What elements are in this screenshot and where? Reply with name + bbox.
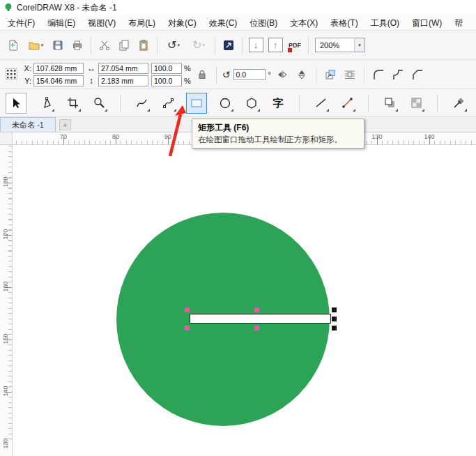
wrap-text-button[interactable] xyxy=(341,66,358,83)
drawing-canvas[interactable] xyxy=(13,145,476,456)
paste-button[interactable] xyxy=(135,36,153,54)
menu-layout[interactable]: 布局(L) xyxy=(122,15,162,31)
redo-dropdown-caret-icon[interactable]: ▾ xyxy=(202,43,205,48)
menu-text[interactable]: 文本(X) xyxy=(284,15,324,31)
ellipse-tool[interactable] xyxy=(217,93,233,113)
publish-pdf-button[interactable]: PDF xyxy=(286,36,304,54)
selection-handle[interactable] xyxy=(332,317,337,321)
text-wrap-icon xyxy=(344,68,356,81)
copy-pages-icon xyxy=(118,39,130,52)
copy-button[interactable] xyxy=(115,36,133,54)
ruler-origin-corner[interactable] xyxy=(0,132,13,145)
menu-table[interactable]: 表格(T) xyxy=(324,15,364,31)
export-icon: ↑ xyxy=(268,38,283,52)
red-annotation-arrow-icon xyxy=(164,103,191,162)
zoom-level-combobox[interactable]: 200% ▾ xyxy=(315,38,365,52)
import-button[interactable]: ↓ xyxy=(247,36,265,54)
save-button[interactable] xyxy=(49,36,67,54)
undo-icon: ↺ xyxy=(167,40,176,51)
mirror-horizontal-button[interactable] xyxy=(274,66,291,83)
selection-handle[interactable] xyxy=(185,326,190,330)
zoom-tool[interactable] xyxy=(91,93,107,113)
search-content-button[interactable] xyxy=(220,36,238,54)
rectangle-tool-tooltip: 矩形工具 (F6) 在绘图窗口拖动工具绘制正方形和矩形。 xyxy=(192,119,364,149)
menu-help[interactable]: 帮 xyxy=(448,15,469,31)
y-position-field[interactable]: 154.046 mm xyxy=(33,75,84,86)
polygon-tool[interactable] xyxy=(243,93,260,113)
redo-button[interactable]: ↻ ▾ xyxy=(187,36,210,54)
order-to-front-button[interactable] xyxy=(322,66,339,83)
drop-shadow-tool[interactable] xyxy=(381,93,398,113)
object-width-field[interactable]: 27.054 mm xyxy=(98,63,148,74)
pick-tool[interactable] xyxy=(6,93,26,114)
freehand-tool[interactable] xyxy=(133,93,150,113)
object-height-field[interactable]: 2.183 mm xyxy=(98,75,148,86)
ruler-number: 180 xyxy=(2,175,9,189)
drawn-rectangle[interactable] xyxy=(190,314,331,324)
tooltip-title: 矩形工具 (F6) xyxy=(198,121,358,134)
document-tab[interactable]: 未命名 -1 xyxy=(0,117,56,132)
lock-ratio-button[interactable] xyxy=(194,66,210,83)
selection-handle[interactable] xyxy=(254,326,259,330)
degree-label: ° xyxy=(268,70,271,79)
open-folder-icon xyxy=(28,39,40,52)
selection-handle[interactable] xyxy=(332,326,337,330)
menu-view[interactable]: 视图(V) xyxy=(82,15,122,31)
print-button[interactable] xyxy=(68,36,86,54)
menu-object[interactable]: 对象(C) xyxy=(162,15,203,31)
object-position-fields: X: 107.628 mm Y: 154.046 mm xyxy=(22,63,84,86)
menu-edit[interactable]: 编辑(E) xyxy=(41,15,82,31)
chamfered-corner-button[interactable] xyxy=(409,66,426,83)
shape-tool[interactable] xyxy=(38,93,54,113)
straight-line-tool[interactable] xyxy=(312,93,329,113)
zoom-dropdown-caret-icon[interactable]: ▾ xyxy=(354,38,364,52)
scale-height-field[interactable]: 100.0 xyxy=(151,75,182,86)
arrow-head xyxy=(175,105,186,116)
toolbox-separator xyxy=(120,95,121,112)
vertical-ruler[interactable]: 180 170 160 150 140 130 xyxy=(0,145,13,456)
cut-button[interactable] xyxy=(95,36,114,54)
object-position-grid-button[interactable] xyxy=(3,66,20,83)
menu-effects[interactable]: 效果(C) xyxy=(203,15,244,31)
toolbox-separator xyxy=(368,95,369,112)
open-dropdown-caret-icon[interactable]: ▾ xyxy=(41,43,44,48)
menu-file[interactable]: 文件(F) xyxy=(1,15,41,31)
crop-tool[interactable] xyxy=(64,93,81,113)
polygon-tool-icon xyxy=(245,96,259,110)
y-label: Y: xyxy=(22,77,31,85)
eyedropper-tool[interactable] xyxy=(450,93,467,113)
ellipse-tool-icon xyxy=(218,96,232,110)
scalloped-corner-button[interactable] xyxy=(390,66,406,83)
ruler-number: 140 xyxy=(424,133,434,140)
undo-dropdown-caret-icon[interactable]: ▾ xyxy=(177,43,180,48)
undo-button[interactable]: ↺ ▾ xyxy=(162,36,185,54)
save-floppy-icon xyxy=(52,39,64,52)
selection-handle[interactable] xyxy=(185,307,190,312)
menu-tools[interactable]: 工具(O) xyxy=(364,15,406,31)
toolbar-separator xyxy=(316,66,316,83)
two-point-line-tool[interactable] xyxy=(339,93,355,113)
x-position-field[interactable]: 107.628 mm xyxy=(33,63,84,74)
menu-bitmaps[interactable]: 位图(B) xyxy=(243,15,284,31)
ruler-number: 150 xyxy=(2,332,9,346)
export-button[interactable]: ↑ xyxy=(266,36,284,54)
mirror-vertical-button[interactable] xyxy=(293,66,310,83)
text-tool-icon: 字 xyxy=(273,98,284,108)
coreldraw-logo-icon xyxy=(3,3,13,13)
rotation-angle-field[interactable]: 0.0 xyxy=(233,69,266,80)
crop-icon xyxy=(66,96,79,109)
text-tool[interactable]: 字 xyxy=(270,93,286,113)
toolbar-separator xyxy=(215,37,215,54)
menu-window[interactable]: 窗口(W) xyxy=(406,15,448,31)
zoom-level-value[interactable]: 200% xyxy=(316,41,354,50)
scale-width-field[interactable]: 100.0 xyxy=(151,63,182,74)
new-document-button[interactable] xyxy=(4,36,22,54)
eyedropper-icon xyxy=(452,96,466,109)
transparency-tool[interactable] xyxy=(408,93,424,113)
round-corner-button[interactable] xyxy=(370,66,387,83)
selection-handle[interactable] xyxy=(332,307,337,312)
selection-handle[interactable] xyxy=(254,307,259,312)
x-label: X: xyxy=(22,64,31,73)
open-document-button[interactable]: ▾ xyxy=(24,36,47,54)
add-document-tab-button[interactable]: + xyxy=(59,119,71,130)
